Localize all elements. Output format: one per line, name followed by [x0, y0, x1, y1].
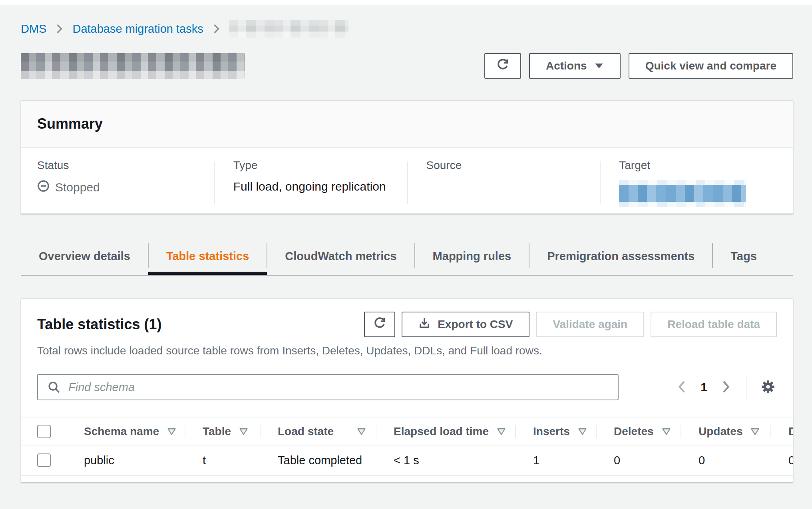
reload-button-label: Reload table data — [667, 318, 760, 331]
page-title-row: Actions Quick view and compare — [21, 53, 793, 79]
table-statistics-description: Total rows include loaded source table r… — [37, 344, 777, 357]
column-header-table[interactable]: Table — [185, 418, 260, 445]
column-header-elapsed-load-time[interactable]: Elapsed load time — [376, 418, 515, 445]
validate-button-label: Validate again — [553, 318, 627, 331]
actions-button[interactable]: Actions — [529, 53, 621, 79]
row-checkbox[interactable] — [37, 453, 51, 467]
export-button-label: Export to CSV — [438, 318, 513, 331]
stopped-icon — [37, 180, 50, 195]
summary-field-type: Type Full load, ongoing replication — [214, 159, 407, 213]
cell-deletes: 0 — [596, 454, 681, 467]
table-header-label: Table — [203, 425, 231, 438]
select-all-checkbox[interactable] — [37, 425, 51, 438]
breadcrumb-link-tasks[interactable]: Database migration tasks — [72, 22, 203, 36]
sort-icon[interactable] — [357, 428, 366, 435]
previous-page-button[interactable] — [675, 378, 689, 397]
find-schema-input[interactable] — [37, 374, 619, 400]
sort-icon[interactable] — [239, 428, 248, 435]
column-header-load-state[interactable]: Load state — [260, 418, 376, 445]
actions-button-label: Actions — [546, 60, 587, 72]
export-to-csv-button[interactable]: Export to CSV — [402, 312, 529, 337]
chevron-left-icon — [677, 380, 686, 394]
refresh-button[interactable] — [484, 53, 521, 79]
summary-fields: Status Stopped Type Full load, ongoing r… — [21, 148, 793, 213]
table-statistics-table: Schema name Table Load state — [21, 418, 793, 476]
tab-table-statistics[interactable]: Table statistics — [148, 241, 267, 272]
summary-field-source: Source — [407, 159, 600, 213]
row-select-cell — [21, 445, 66, 475]
tab-cloudwatch-metrics[interactable]: CloudWatch metrics — [267, 241, 414, 272]
type-label: Type — [233, 159, 407, 172]
next-page-button[interactable] — [719, 378, 733, 397]
redacted-breadcrumb-task-name — [229, 20, 348, 38]
cell-elapsed-load-time: < 1 s — [376, 454, 515, 467]
pagination-divider — [746, 375, 747, 400]
column-header-schema-name[interactable]: Schema name — [66, 418, 185, 445]
pagination: 1 — [675, 375, 777, 400]
table-refresh-button[interactable] — [364, 312, 395, 337]
breadcrumb: DMS Database migration tasks — [21, 0, 793, 38]
tabs-baseline — [21, 275, 793, 276]
settings-button[interactable] — [759, 378, 777, 397]
column-header-deletes[interactable]: Deletes — [596, 418, 681, 445]
cell-table: t — [185, 454, 260, 467]
chevron-right-icon — [722, 380, 730, 394]
summary-title: Summary — [37, 115, 103, 132]
breadcrumb-link-dms[interactable]: DMS — [21, 22, 46, 36]
column-header-updates[interactable]: Updates — [681, 418, 770, 445]
updates-header-label: Updates — [699, 425, 742, 438]
column-header-inserts[interactable]: Inserts — [515, 418, 596, 445]
summary-header: Summary — [21, 101, 793, 148]
tab-premigration-assessments[interactable]: Premigration assessments — [529, 241, 712, 272]
sort-icon[interactable] — [497, 428, 506, 435]
cell-schema-name: public — [66, 454, 185, 467]
refresh-icon — [496, 58, 509, 74]
tab-mapping-rules[interactable]: Mapping rules — [415, 241, 529, 272]
sort-icon[interactable] — [750, 428, 760, 435]
refresh-icon — [373, 317, 386, 332]
quick-view-button-label: Quick view and compare — [645, 60, 776, 72]
cell-updates: 0 — [681, 454, 770, 467]
inserts-header-label: Inserts — [533, 425, 570, 438]
load-state-header-label: Load state — [278, 425, 334, 438]
source-label: Source — [426, 159, 600, 172]
redacted-target-endpoint-inner — [619, 185, 746, 202]
current-page-number: 1 — [701, 380, 707, 394]
column-header-ddls[interactable]: DDLs — [770, 418, 793, 445]
top-nav-edge — [0, 0, 812, 5]
sort-icon[interactable] — [662, 428, 671, 435]
status-text: Stopped — [55, 181, 100, 194]
tab-overview-details[interactable]: Overview details — [21, 241, 148, 272]
status-label: Status — [37, 159, 214, 172]
task-detail-tabs: Overview details Table statistics CloudW… — [21, 241, 793, 276]
tab-tags[interactable]: Tags — [712, 241, 775, 272]
sort-icon[interactable] — [167, 428, 176, 435]
chevron-right-icon — [56, 24, 63, 34]
select-all-cell — [21, 418, 66, 445]
cell-load-state: Table completed — [260, 454, 376, 467]
reload-table-data-button[interactable]: Reload table data — [651, 312, 777, 337]
summary-field-target: Target — [600, 159, 793, 213]
redacted-target-endpoint-link[interactable] — [619, 180, 746, 207]
summary-panel: Summary Status Stopped Type Full load, o… — [21, 100, 793, 214]
table-statistics-panel: Table statistics (1) Export to CSV — [21, 298, 793, 482]
validate-again-button[interactable]: Validate again — [536, 312, 644, 337]
table-statistics-header: Table statistics (1) Export to CSV — [37, 312, 777, 337]
table-header-row: Schema name Table Load state — [21, 418, 793, 445]
table-statistics-title: Table statistics (1) — [37, 316, 161, 333]
caret-down-icon — [594, 60, 604, 72]
table-statistics-actions: Export to CSV Validate again Reload tabl… — [364, 312, 777, 337]
type-value: Full load, ongoing replication — [233, 180, 407, 193]
ddls-header-label: DDLs — [788, 425, 793, 438]
schema-search — [37, 374, 619, 400]
chevron-right-icon — [213, 24, 220, 34]
summary-field-status: Status Stopped — [21, 159, 214, 213]
target-label: Target — [619, 159, 793, 172]
quick-view-and-compare-button[interactable]: Quick view and compare — [629, 53, 793, 79]
sort-icon[interactable] — [578, 428, 587, 435]
page-actions: Actions Quick view and compare — [484, 53, 793, 79]
dms-task-page: DMS Database migration tasks Actions — [0, 0, 812, 509]
gear-icon — [761, 380, 775, 395]
redacted-page-title — [21, 53, 245, 79]
tab-list: Overview details Table statistics CloudW… — [21, 241, 793, 272]
